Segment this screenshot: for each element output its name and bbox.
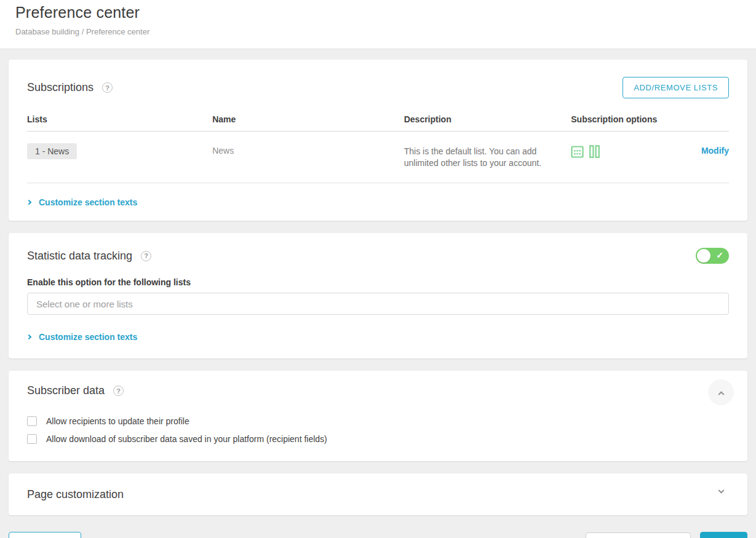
col-header-lists: Lists — [27, 114, 212, 124]
help-icon[interactable]: ? — [113, 386, 124, 396]
chevron-right-icon — [26, 334, 31, 339]
customize-button[interactable]: CUSTOMIZE — [9, 532, 81, 538]
lists-select-input[interactable] — [27, 293, 729, 315]
help-icon[interactable]: ? — [141, 251, 151, 261]
pause-icon — [589, 145, 600, 160]
statistic-tracking-title: Statistic data tracking — [27, 250, 132, 263]
checkbox-row-download-data[interactable]: Allow download of subscriber data saved … — [27, 434, 729, 444]
expand-button[interactable] — [708, 479, 734, 505]
table-row: 1 - News News This is the default list. … — [27, 132, 729, 183]
subscriber-data-card: Subscriber data ? Allow recipients to up… — [9, 371, 747, 461]
chevron-down-icon — [718, 487, 724, 493]
chevron-up-icon — [718, 391, 724, 397]
customize-section-texts-link[interactable]: Customize section texts — [27, 332, 137, 342]
subscriptions-table: Lists Name Description Subscription opti… — [27, 114, 729, 183]
col-header-description: Description — [404, 114, 571, 124]
checkbox-row-update-profile[interactable]: Allow recipients to update their profile — [27, 416, 729, 426]
footer-actions: CUSTOMIZE PREVIEW & SAVE ? SAVE — [9, 528, 747, 538]
page-header: Preference center Database building / Pr… — [0, 0, 756, 49]
list-name: News — [212, 142, 404, 156]
help-icon[interactable]: ? — [102, 82, 113, 93]
main-content: Subscriptions ? ADD/REMOVE LISTS Lists N… — [0, 49, 756, 538]
statistic-tracking-card: Statistic data tracking ? ✓ Enable this … — [9, 233, 747, 358]
page-customization-card: Page customization — [9, 473, 747, 515]
save-button[interactable]: SAVE — [700, 532, 747, 538]
calendar-icon — [571, 145, 584, 160]
page-title: Preference center — [15, 4, 756, 22]
subscription-options-cell — [571, 142, 664, 160]
checkbox[interactable] — [27, 416, 37, 426]
col-header-subscription-options: Subscription options — [571, 114, 664, 124]
subscriptions-title: Subscriptions — [27, 81, 94, 94]
check-icon: ✓ — [716, 250, 723, 260]
toggle-knob — [697, 249, 710, 263]
breadcrumb: Database building / Preference center — [15, 27, 756, 36]
customize-section-texts-link[interactable]: Customize section texts — [27, 197, 137, 207]
preview-save-button[interactable]: PREVIEW & SAVE ? — [586, 532, 691, 538]
subscriptions-card: Subscriptions ? ADD/REMOVE LISTS Lists N… — [9, 60, 747, 221]
col-header-name: Name — [212, 114, 404, 124]
chevron-right-icon — [26, 200, 31, 205]
modify-link[interactable]: Modify — [701, 146, 729, 156]
table-header-row: Lists Name Description Subscription opti… — [27, 114, 729, 132]
list-description: This is the default list. You can add un… — [404, 142, 569, 169]
list-badge: 1 - News — [27, 143, 77, 159]
collapse-button[interactable] — [708, 379, 734, 405]
checkbox[interactable] — [27, 434, 37, 444]
subscriber-data-title: Subscriber data — [27, 384, 105, 397]
page-customization-title: Page customization — [27, 488, 124, 501]
statistic-tracking-toggle[interactable]: ✓ — [696, 248, 729, 264]
lists-select-label: Enable this option for the following lis… — [27, 277, 729, 287]
add-remove-lists-button[interactable]: ADD/REMOVE LISTS — [623, 77, 729, 98]
